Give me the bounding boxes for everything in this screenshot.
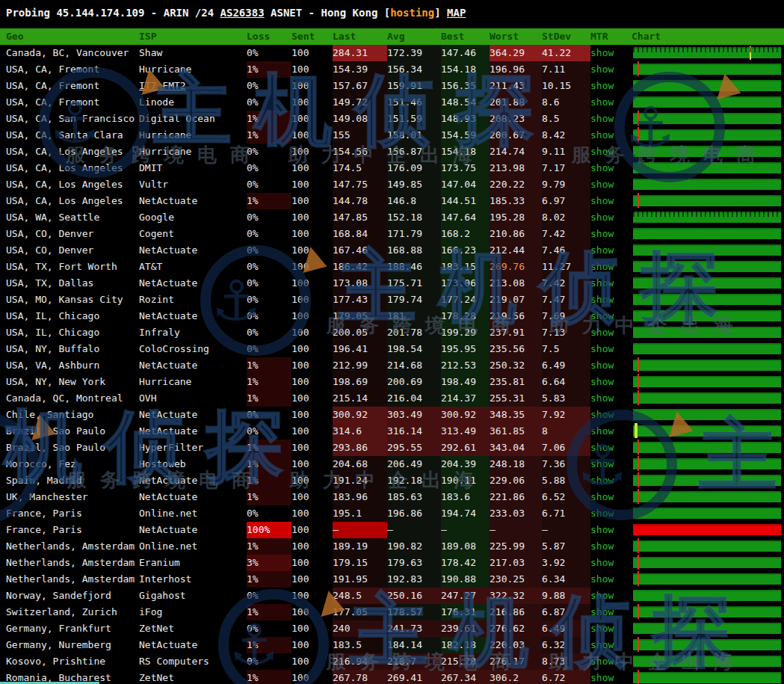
avg-cell: 159.91	[387, 78, 441, 94]
asn-link[interactable]: AS26383	[220, 7, 265, 19]
worst-cell: 235.56	[490, 341, 542, 357]
isp-cell: Vultr	[139, 176, 247, 193]
sent-cell: 100	[291, 407, 333, 423]
latency-chart	[633, 195, 781, 206]
last-cell: 157.67	[333, 78, 387, 94]
latency-chart	[633, 392, 781, 404]
sent-cell: 100	[291, 357, 333, 374]
mtr-show-link[interactable]: show	[590, 524, 614, 535]
last-cell: 240	[333, 620, 387, 637]
avg-cell: 179.74	[387, 292, 441, 308]
mtr-show-link[interactable]: show	[590, 261, 614, 272]
mtr-show-link[interactable]: show	[590, 113, 614, 124]
probe-title: Probing 45.144.174.109 - ARIN /24 AS2638…	[0, 0, 784, 28]
isp-cell: Online.net	[139, 538, 247, 555]
geo-cell: USA, CA, San Francisco	[0, 111, 139, 127]
stdev-cell: 5.87	[542, 538, 590, 555]
latency-chart	[633, 524, 781, 535]
isp-cell: NetActuate	[139, 423, 247, 440]
latency-chart	[633, 672, 781, 683]
mtr-show-link[interactable]: show	[590, 64, 614, 75]
geo-cell: Netherlands, Amsterdam	[0, 538, 139, 555]
sent-cell: 100	[291, 275, 333, 292]
last-cell: 189.19	[333, 538, 387, 555]
mtr-show-link[interactable]: show	[590, 146, 614, 157]
isp-cell: Eranium	[139, 555, 247, 571]
loss-cell: 100%	[247, 522, 291, 538]
worst-cell: 364.29	[490, 45, 542, 61]
best-cell: 176.31	[441, 604, 490, 620]
mtr-show-link[interactable]: show	[590, 327, 614, 338]
isp-cell: Infraly	[139, 324, 247, 341]
mtr-show-link[interactable]: show	[590, 557, 614, 568]
mtr-show-link[interactable]: show	[590, 376, 614, 387]
table-row: USA, VA, Ashburn NetActuate 1% 100 212.9…	[0, 357, 784, 374]
mtr-show-link[interactable]: show	[590, 162, 614, 173]
isp-cell: Online.net	[139, 505, 247, 522]
mtr-show-link[interactable]: show	[590, 277, 614, 289]
last-cell: 168.84	[333, 226, 387, 242]
mtr-show-link[interactable]: show	[590, 244, 614, 256]
mtr-show-link[interactable]: show	[590, 491, 614, 502]
mtr-show-link[interactable]: show	[590, 129, 614, 141]
stdev-cell: 6.72	[542, 670, 590, 684]
mtr-show-link[interactable]: show	[590, 672, 614, 683]
mtr-show-link[interactable]: show	[590, 212, 614, 223]
isp-cell: iFog	[139, 604, 247, 620]
loss-cell: 0%	[247, 324, 291, 341]
mtr-show-link[interactable]: show	[590, 639, 614, 650]
mtr-show-link[interactable]: show	[590, 310, 614, 321]
isp-cell: NetActuate	[139, 637, 247, 653]
table-row: USA, CA, Fremont Linode 0% 100 149.72 15…	[0, 94, 784, 111]
avg-cell: 158.01	[387, 127, 441, 144]
mtr-show-link[interactable]: show	[590, 590, 614, 601]
avg-cell: 206.49	[387, 456, 441, 472]
sent-cell: 100	[291, 604, 333, 620]
best-cell: 247.27	[441, 588, 490, 604]
mtr-show-link[interactable]: show	[590, 540, 614, 552]
last-cell: 179.15	[333, 555, 387, 571]
mtr-show-link[interactable]: show	[590, 195, 614, 206]
table-row: Netherlands, Amsterdam Online.net 1% 100…	[0, 538, 784, 555]
mtr-show-link[interactable]: show	[590, 573, 614, 585]
mtr-show-link[interactable]: show	[590, 409, 614, 420]
isp-cell: Hurricane	[139, 374, 247, 390]
mtr-show-link[interactable]: show	[590, 425, 614, 437]
stdev-cell: 11.27	[542, 259, 590, 275]
mtr-show-link[interactable]: show	[590, 508, 614, 519]
mtr-show-link[interactable]: show	[590, 360, 614, 371]
sent-cell: 100	[291, 226, 333, 242]
avg-cell: 218.7	[387, 653, 441, 670]
mtr-show-link[interactable]: show	[590, 294, 614, 305]
sent-cell: 100	[291, 111, 333, 127]
isp-cell[interactable]: IT7 FMT2	[139, 78, 247, 94]
last-cell: 173.08	[333, 275, 387, 292]
avg-cell: 303.49	[387, 407, 441, 423]
sent-cell: 100	[291, 522, 333, 538]
mtr-show-link[interactable]: show	[590, 656, 614, 667]
mtr-show-link[interactable]: show	[590, 96, 614, 108]
mtr-show-link[interactable]: show	[590, 623, 614, 634]
mtr-show-link[interactable]: show	[590, 343, 614, 354]
stdev-cell: 10.15	[542, 78, 590, 94]
mtr-show-link[interactable]: show	[590, 47, 614, 58]
mtr-show-link[interactable]: show	[590, 228, 614, 239]
mtr-show-link[interactable]: show	[590, 80, 614, 91]
last-cell: 167.46	[333, 242, 387, 259]
mtr-show-link[interactable]: show	[590, 179, 614, 190]
last-cell: 154.39	[333, 61, 387, 78]
geo-cell: Netherlands, Amsterdam	[0, 555, 139, 571]
worst-cell: 221.86	[490, 489, 542, 505]
mtr-show-link[interactable]: show	[590, 442, 614, 453]
geo-cell: USA, MO, Kansas City	[0, 292, 139, 308]
map-link[interactable]: MAP	[447, 7, 466, 19]
mtr-show-link[interactable]: show	[590, 606, 614, 617]
mtr-show-link[interactable]: show	[590, 392, 614, 404]
best-cell: 173.06	[441, 275, 490, 292]
geo-cell: Brazil, Sao Paulo	[0, 440, 139, 456]
mtr-show-link[interactable]: show	[590, 458, 614, 469]
table-header: Geo ISP Loss Sent Last Avg Best Worst St…	[0, 28, 784, 45]
stdev-cell: 7.42	[542, 226, 590, 242]
mtr-show-link[interactable]: show	[590, 475, 614, 486]
hosting-tag: hosting	[390, 7, 434, 19]
